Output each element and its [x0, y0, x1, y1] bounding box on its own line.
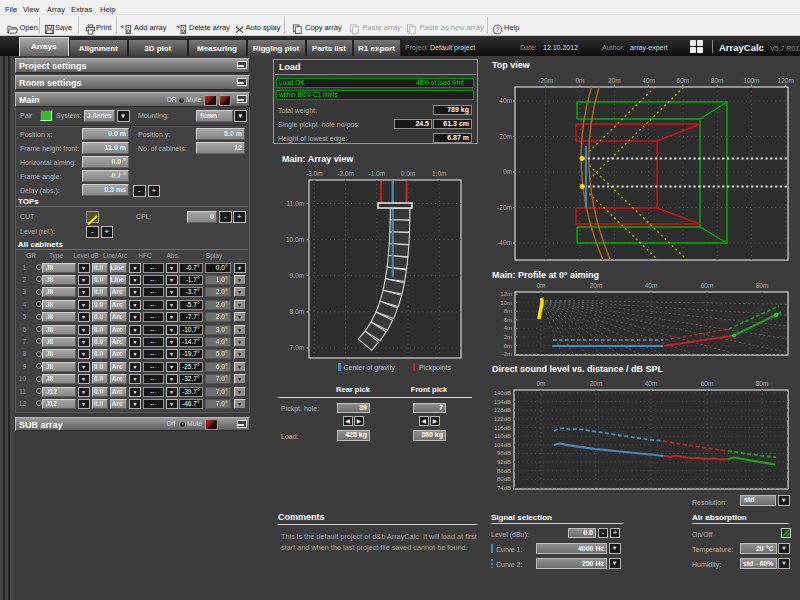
svg-text:6m: 6m [504, 317, 512, 323]
svg-text:-20m: -20m [497, 204, 512, 211]
svg-text:128dB: 128dB [494, 407, 511, 413]
svg-text:74dB: 74dB [497, 485, 511, 491]
svg-text:80m: 80m [756, 282, 769, 289]
svg-text:0m: 0m [536, 380, 545, 387]
svg-text:0m: 0m [536, 282, 545, 289]
svg-text:0m: 0m [575, 77, 584, 84]
svg-text:86dB: 86dB [497, 468, 511, 474]
svg-text:-40m: -40m [497, 239, 512, 246]
svg-text:2m: 2m [504, 334, 512, 340]
svg-text:?: ? [495, 25, 499, 32]
svg-text:-2.0m: -2.0m [337, 170, 354, 177]
svg-text:40m: 40m [645, 380, 658, 387]
svg-text:-3.0m: -3.0m [306, 170, 323, 177]
svg-text:20m: 20m [499, 133, 512, 140]
svg-text:116dB: 116dB [494, 425, 511, 431]
svg-text:140dB: 140dB [494, 390, 511, 396]
svg-text:10.0m: 10.0m [286, 236, 304, 243]
svg-text:1.0m: 1.0m [432, 170, 446, 177]
svg-text:7.0m: 7.0m [290, 344, 304, 351]
svg-text:134dB: 134dB [494, 399, 511, 405]
svg-text:104dB: 104dB [494, 442, 511, 448]
svg-text:40m: 40m [645, 282, 658, 289]
svg-text:122dB: 122dB [494, 416, 511, 422]
svg-text:120m: 120m [778, 77, 794, 84]
svg-text:92dB: 92dB [497, 459, 511, 465]
svg-text:110dB: 110dB [494, 433, 511, 439]
svg-text:9.0m: 9.0m [290, 272, 304, 279]
svg-text:60m: 60m [701, 380, 714, 387]
svg-text:100m: 100m [743, 77, 759, 84]
svg-text:0.0m: 0.0m [401, 170, 415, 177]
svg-text:20m: 20m [608, 77, 621, 84]
svg-text:98dB: 98dB [497, 450, 511, 456]
svg-text:20m: 20m [590, 380, 603, 387]
svg-text:0m: 0m [503, 168, 512, 175]
svg-text:20m: 20m [590, 282, 603, 289]
svg-text:60m: 60m [701, 282, 714, 289]
svg-text:80dB: 80dB [497, 476, 511, 482]
svg-text:8.0m: 8.0m [290, 308, 304, 315]
svg-text:4m: 4m [504, 325, 512, 331]
svg-text:0m: 0m [504, 343, 512, 349]
svg-text:-1.0m: -1.0m [368, 170, 385, 177]
svg-text:80m: 80m [756, 380, 769, 387]
svg-text:-2m: -2m [502, 351, 512, 357]
svg-text:60m: 60m [677, 77, 690, 84]
svg-text:-20m: -20m [538, 77, 553, 84]
svg-text:8m: 8m [504, 308, 512, 314]
svg-text:40m: 40m [642, 77, 655, 84]
svg-text:12m: 12m [500, 291, 512, 297]
svg-text:10m: 10m [500, 300, 512, 306]
svg-text:80m: 80m [711, 77, 724, 84]
svg-text:40m: 40m [499, 97, 512, 104]
svg-text:11.0m: 11.0m [286, 200, 304, 207]
